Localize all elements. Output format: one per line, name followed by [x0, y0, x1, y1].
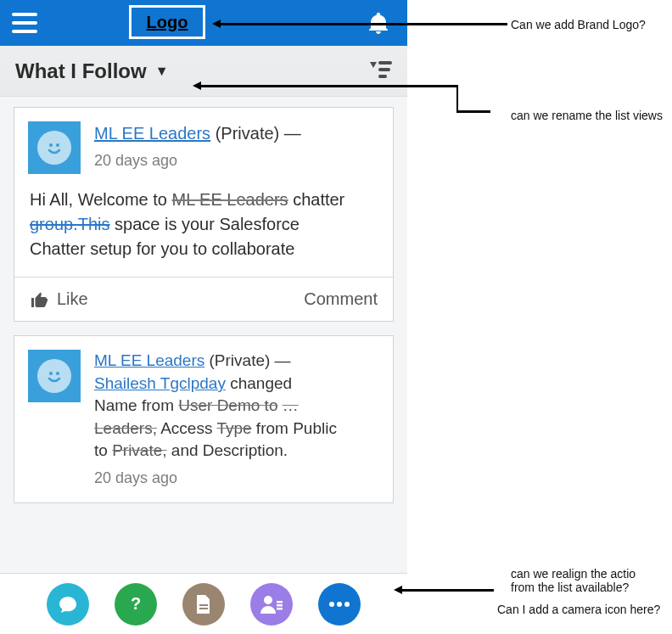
menu-icon[interactable]	[12, 13, 37, 33]
arrow-head-icon	[394, 586, 402, 594]
avatar[interactable]	[28, 121, 81, 174]
comment-label: Comment	[304, 289, 378, 308]
post-meta: ML EE Leaders (Private) — 20 days ago	[94, 121, 301, 174]
arrow-head-icon	[212, 20, 221, 28]
feed-post: ML EE Leaders (Private) — Shailesh Tgclp…	[14, 335, 394, 503]
svg-point-10	[49, 372, 53, 375]
list-view-title-text: What I Follow	[15, 59, 147, 83]
post-timestamp: 20 days ago	[94, 468, 337, 489]
svg-rect-0	[12, 13, 37, 16]
svg-rect-5	[378, 75, 387, 78]
action-bar: ?	[0, 573, 407, 634]
svg-point-15	[264, 596, 272, 604]
svg-point-11	[56, 372, 59, 375]
svg-rect-2	[12, 30, 37, 33]
post-header: ML EE Leaders (Private) — Shailesh Tgclp…	[14, 336, 393, 502]
logo-placeholder[interactable]: Logo	[129, 5, 205, 39]
document-button[interactable]	[182, 583, 225, 626]
comment-button[interactable]: Comment	[304, 289, 378, 309]
document-icon	[194, 594, 213, 614]
privacy-label: (Private) —	[210, 351, 291, 369]
annotation-arrow	[219, 23, 507, 25]
svg-point-19	[329, 602, 334, 607]
smiley-icon	[37, 359, 71, 393]
annotation-text: can we realign the actio	[511, 567, 636, 581]
thumbs-up-icon	[30, 290, 48, 309]
svg-point-20	[337, 602, 342, 607]
feed-post: ML EE Leaders (Private) — 20 days ago Hi…	[14, 107, 394, 322]
svg-rect-16	[277, 601, 283, 603]
avatar[interactable]	[28, 350, 81, 402]
annotation-arrow	[456, 85, 458, 110]
svg-point-7	[49, 143, 53, 147]
list-view-header: What I Follow ▼	[0, 46, 407, 97]
post-actions: Like Comment	[14, 277, 393, 321]
svg-rect-17	[277, 604, 283, 607]
annotation-arrow	[199, 85, 458, 87]
annotation-arrow	[456, 110, 490, 113]
svg-point-6	[43, 137, 65, 159]
svg-rect-3	[378, 61, 392, 65]
annotation-text: from the list available?	[511, 581, 629, 594]
svg-rect-1	[12, 21, 37, 25]
group-link[interactable]: ML EE Leaders	[94, 351, 204, 369]
add-user-icon	[260, 595, 283, 614]
annotation-text: Can we add Brand Logo?	[511, 18, 646, 31]
group-link[interactable]: ML EE Leaders	[94, 124, 210, 143]
annotation-text: can we rename the list views	[511, 109, 663, 122]
svg-text:?: ?	[131, 594, 141, 613]
list-view-selector[interactable]: What I Follow ▼	[15, 59, 168, 83]
question-icon: ?	[126, 594, 146, 614]
app-screen: Logo What I Follow ▼	[0, 0, 407, 634]
post-body: Hi All, Welcome to ML EE Leaders chatter…	[14, 188, 393, 277]
more-icon	[328, 601, 350, 608]
svg-point-21	[344, 602, 350, 607]
more-button[interactable]	[318, 583, 361, 626]
logo-text: Logo	[147, 13, 188, 32]
post-meta: ML EE Leaders (Private) — Shailesh Tgclp…	[94, 350, 337, 489]
svg-point-9	[43, 365, 65, 387]
svg-rect-13	[199, 604, 208, 606]
post-timestamp: 20 days ago	[94, 150, 301, 171]
help-button[interactable]: ?	[115, 583, 157, 626]
post-header: ML EE Leaders (Private) — 20 days ago	[14, 108, 393, 188]
svg-rect-4	[378, 68, 390, 71]
annotation-arrow	[400, 589, 494, 592]
feed: ML EE Leaders (Private) — 20 days ago Hi…	[0, 97, 407, 573]
annotation-text: Can I add a camera icon here?	[497, 603, 660, 616]
svg-rect-18	[277, 608, 283, 610]
like-button[interactable]: Like	[30, 289, 88, 309]
actor-link[interactable]: Shailesh Tgclpday	[94, 374, 226, 392]
like-label: Like	[57, 289, 88, 309]
svg-point-8	[56, 143, 59, 147]
chevron-down-icon: ▼	[155, 64, 169, 79]
arrow-head-icon	[193, 81, 201, 90]
add-user-button[interactable]	[250, 583, 293, 626]
smiley-icon	[37, 131, 71, 165]
privacy-label: (Private) —	[216, 124, 301, 143]
chat-icon	[58, 594, 78, 614]
sort-icon[interactable]	[368, 59, 392, 83]
chat-button[interactable]	[47, 583, 89, 626]
svg-rect-14	[199, 608, 208, 609]
